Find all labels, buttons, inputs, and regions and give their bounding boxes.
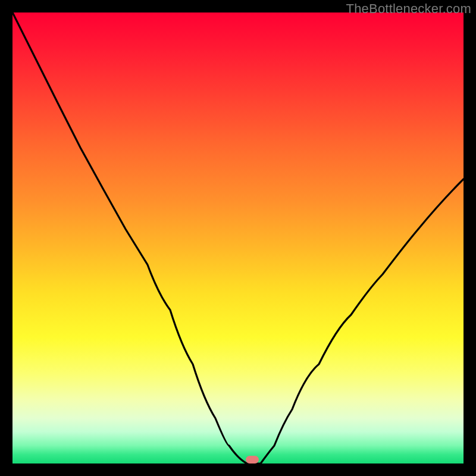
- plot-area: [12, 12, 464, 464]
- curve-path: [12, 12, 464, 464]
- optimal-point-marker: [246, 456, 259, 464]
- chart-stage: TheBottlenecker.com: [0, 0, 476, 476]
- watermark-text: TheBottlenecker.com: [346, 1, 471, 17]
- bottleneck-curve: [12, 12, 464, 464]
